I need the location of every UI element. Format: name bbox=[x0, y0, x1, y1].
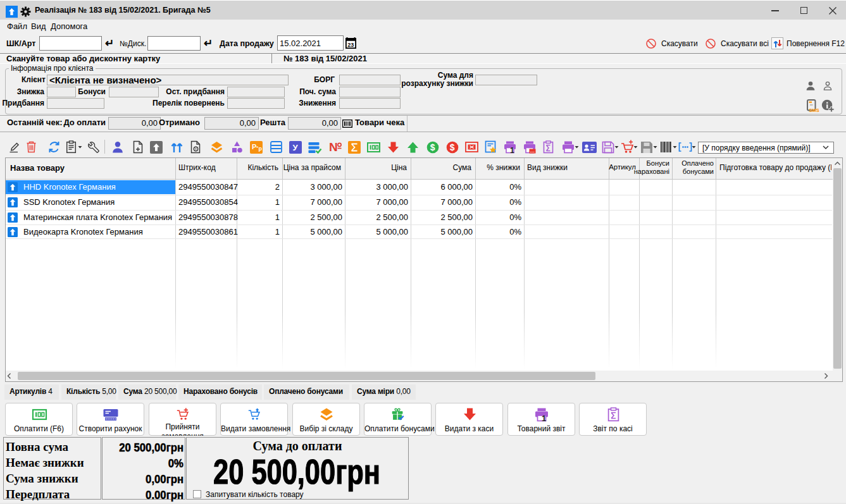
svg-text:P: P bbox=[252, 143, 256, 151]
svg-text:1: 1 bbox=[542, 414, 546, 423]
svg-text:$: $ bbox=[430, 142, 435, 152]
svg-text:N: N bbox=[329, 140, 338, 154]
svg-text:p: p bbox=[259, 145, 263, 152]
svg-text:23: 23 bbox=[347, 42, 354, 48]
svg-text:У: У bbox=[293, 143, 299, 152]
svg-text:1: 1 bbox=[510, 146, 514, 155]
svg-text:SMS: SMS bbox=[809, 108, 819, 113]
svg-text:$: $ bbox=[450, 142, 455, 152]
